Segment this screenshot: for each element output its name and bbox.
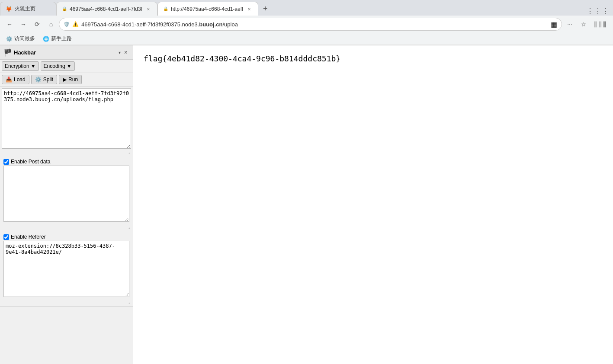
new-tab-button[interactable]: +	[258, 2, 272, 16]
hackbar-dropdown-arrow-icon[interactable]: ▾	[119, 50, 121, 55]
encoding-arrow-icon: ▼	[67, 63, 72, 69]
bookmarks-bar: ⚙️ 访问最多 🌐 新手上路	[0, 33, 613, 45]
encoding-dropdown[interactable]: Encoding ▼	[41, 61, 75, 71]
hackbar-title: Hackbar	[14, 49, 117, 56]
run-icon: ▶	[63, 77, 67, 83]
hackbar-close-button[interactable]: ×	[122, 48, 129, 57]
url-bar[interactable]: 🛡️ ⚠️ 46975aa4-c668-4cd1-aeff-7fd3f92f03…	[59, 18, 562, 31]
tab-title-home: 火狐主页	[15, 5, 51, 13]
main-area: 🏴 Hackbar ▾ × Encryption ▼ Encoding ▼ 📥 …	[0, 45, 613, 364]
hackbar-header: 🏴 Hackbar ▾ ×	[0, 45, 133, 60]
post-input[interactable]	[3, 166, 129, 222]
load-icon: 📥	[6, 77, 12, 83]
tab-3-active[interactable]: 🔒 http://46975aa4-c668-4cd1-aeff ×	[157, 2, 258, 16]
post-section: Enable Post data ⌟	[0, 156, 133, 231]
encryption-label: Encryption	[5, 63, 29, 69]
encryption-arrow-icon: ▼	[31, 63, 36, 69]
url-input[interactable]: http://46975aa4-c668-4cd1-aeff-7fd3f92f0…	[2, 88, 131, 149]
bookmark-visit-most[interactable]: ⚙️ 访问最多	[3, 34, 38, 43]
tab-2[interactable]: 🔒 46975aa4-c668-4cd1-aeff-7fd3f ×	[56, 2, 157, 16]
post-label[interactable]: Enable Post data	[11, 159, 50, 165]
load-button[interactable]: 📥 Load	[2, 75, 29, 84]
tab-close-3[interactable]: ×	[246, 6, 253, 13]
hackbar-panel: 🏴 Hackbar ▾ × Encryption ▼ Encoding ▼ 📥 …	[0, 45, 133, 364]
page-content: flag{4eb41d82-4300-4ca4-9c96-b814dddc851…	[133, 45, 613, 364]
extensions-button[interactable]: ···	[564, 18, 576, 30]
globe-icon: 🌐	[43, 36, 49, 42]
url-path: /uploa	[222, 21, 237, 28]
flag-text: flag{4eb41d82-4300-4ca4-9c96-b814dddc851…	[144, 54, 603, 63]
tab-title-2: 46975aa4-c668-4cd1-aeff-7fd3f	[70, 6, 142, 12]
url-prefix: 46975aa4-c668-4cd1-aeff-7fd3f92f0375.nod…	[81, 21, 199, 28]
url-domain: buuoj.cn	[199, 21, 222, 28]
url-actions: ··· ☆ ⦀⦀⦀	[564, 18, 610, 30]
encryption-dropdown[interactable]: Encryption ▼	[2, 61, 39, 71]
action-buttons-row: 📥 Load ⚙️ Split ▶ Run	[0, 73, 133, 86]
sidebar-icon[interactable]: ⦀⦀⦀	[591, 19, 610, 29]
run-button[interactable]: ▶ Run	[59, 75, 82, 84]
qr-code-icon[interactable]: ▦	[551, 20, 557, 29]
referer-checkbox[interactable]	[3, 234, 9, 240]
security-icon: 🛡️	[64, 22, 70, 27]
tab-close-2[interactable]: ×	[145, 6, 152, 13]
encoding-label: Encoding	[44, 63, 65, 69]
bookmark-label-newbie: 新手上路	[51, 35, 72, 42]
back-button[interactable]: ←	[3, 18, 16, 30]
tab-firefox-home[interactable]: 🦊 火狐主页	[0, 2, 56, 16]
referer-section: Enable Referer moz-extension://8c328b33-…	[0, 231, 133, 307]
post-checkbox[interactable]	[3, 159, 9, 165]
url-section: http://46975aa4-c668-4cd1-aeff-7fd3f92f0…	[0, 86, 133, 156]
home-button[interactable]: ⌂	[45, 18, 57, 30]
bookmark-button[interactable]: ☆	[578, 18, 590, 30]
run-label: Run	[68, 77, 78, 83]
warning-icon: ⚠️	[72, 21, 79, 27]
tab-more-button[interactable]: ⋮⋮⋮	[586, 6, 613, 16]
referer-label[interactable]: Enable Referer	[11, 234, 46, 240]
referer-resize-handle: ⌟	[2, 300, 131, 304]
tab-favicon-2: 🔒	[62, 6, 67, 11]
address-bar: ← → ⟳ ⌂ 🛡️ ⚠️ 46975aa4-c668-4cd1-aeff-7f…	[0, 16, 613, 33]
hackbar-logo-icon: 🏴	[3, 48, 12, 57]
referer-input[interactable]: moz-extension://8c328b33-5156-4387-9e41-…	[3, 241, 129, 297]
tab-title-3: http://46975aa4-c668-4cd1-aeff	[171, 6, 243, 12]
tab-favicon-home: 🦊	[6, 6, 12, 12]
post-resize-handle: ⌟	[2, 225, 131, 229]
tab-bar: 🦊 火狐主页 🔒 46975aa4-c668-4cd1-aeff-7fd3f ×…	[0, 0, 613, 16]
browser-chrome: 🦊 火狐主页 🔒 46975aa4-c668-4cd1-aeff-7fd3f ×…	[0, 0, 613, 45]
split-icon: ⚙️	[35, 77, 42, 83]
load-label: Load	[14, 77, 26, 83]
post-checkbox-row: Enable Post data	[2, 158, 131, 166]
split-label: Split	[43, 77, 53, 83]
url-resize-handle: ⌟	[2, 150, 131, 154]
settings-icon: ⚙️	[6, 36, 13, 42]
referer-checkbox-row: Enable Referer	[2, 233, 131, 241]
tab-favicon-3: 🔒	[163, 6, 168, 11]
url-text: 46975aa4-c668-4cd1-aeff-7fd3f92f0375.nod…	[81, 21, 548, 28]
forward-button[interactable]: →	[17, 18, 29, 30]
hackbar-toolbar: Encryption ▼ Encoding ▼	[0, 60, 133, 73]
bookmark-label-visit: 访问最多	[14, 35, 35, 42]
bookmark-newbie[interactable]: 🌐 新手上路	[40, 34, 74, 43]
reload-button[interactable]: ⟳	[31, 18, 43, 30]
split-button[interactable]: ⚙️ Split	[31, 75, 57, 84]
